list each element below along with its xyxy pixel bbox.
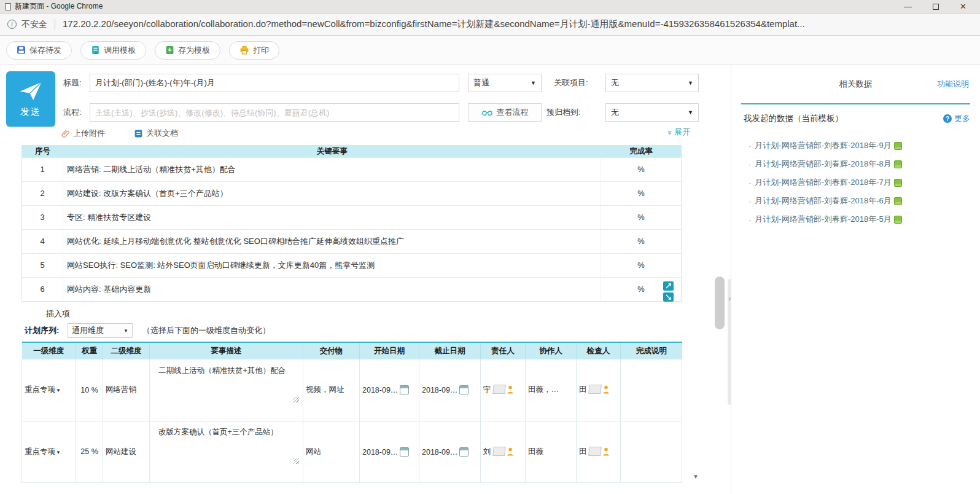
row-rate[interactable]: %	[601, 182, 681, 205]
dim1-value: 重点专项	[25, 447, 55, 456]
bullet-icon: ·	[749, 160, 751, 169]
dim1-value: 重点专项	[25, 385, 55, 394]
green-doc-icon	[894, 216, 902, 224]
save-as-template-button[interactable]: 存为模板	[155, 41, 220, 60]
list-item[interactable]: ·月计划-网络营销部-刘春辉-2018年-9月	[749, 136, 974, 155]
send-button[interactable]: 发送	[6, 71, 55, 127]
prearchive-value: 无	[611, 107, 619, 118]
col-desc: 要事描述	[150, 342, 303, 359]
desc-textarea[interactable]: 改版方案确认（首页+三个产品站）	[152, 426, 300, 464]
priority-select[interactable]: 普通 ▼	[468, 74, 542, 92]
weight-cell[interactable]: 10 %	[76, 359, 103, 421]
chevron-down-icon: ▼	[688, 80, 693, 86]
row-content[interactable]: 网站SEO执行: SEO监测: 站外SEO页面启动口碑继续更新，文库更新40篇，…	[63, 254, 601, 277]
owner-value[interactable]: 宇	[483, 385, 491, 394]
plan-detail-table: 一级维度 权重 二级维度 要事描述 交付物 开始日期 截止日期 责任人 协作人 …	[21, 342, 682, 483]
close-button[interactable]: ✕	[960, 1, 966, 13]
paper-plane-icon	[18, 80, 43, 101]
related-doc-button[interactable]: 关联文档	[134, 128, 178, 139]
use-template-button[interactable]: 调用模板	[80, 41, 146, 60]
deliverable-cell[interactable]: 网站	[303, 421, 360, 482]
plan-sequence-select[interactable]: 通用维度 ▼	[68, 323, 133, 338]
dim2-cell[interactable]: 网络营销	[103, 359, 150, 421]
row-content[interactable]: 专区: 精准扶贫专区建设	[63, 206, 601, 229]
row-content[interactable]: 网站优化: 延续上月移动端创意优化 整站创意优化 SEO口碑相结合推广延伸高绩效…	[63, 230, 601, 253]
person-icon[interactable]	[602, 447, 610, 456]
list-item[interactable]: ·月计划-网络营销部-刘春辉-2018年-6月	[749, 192, 974, 210]
start-date-value[interactable]: 2018-09…	[362, 386, 398, 394]
person-icon[interactable]	[507, 447, 514, 456]
row-content[interactable]: 网络营销: 二期线上活动（精准扶贫+其他）配合	[63, 158, 601, 181]
calendar-icon[interactable]	[459, 385, 469, 394]
person-icon[interactable]	[602, 385, 610, 394]
list-item[interactable]: ·月计划-网络营销部-刘春辉-2018年-5月	[749, 210, 974, 229]
green-doc-icon	[894, 179, 902, 187]
related-data-sidebar: 相关数据 功能说明 我发起的数据（当前模板） ? 更多 ·月计划-网络营销部-刘…	[731, 65, 980, 494]
owner-input[interactable]	[492, 385, 506, 394]
collapse-fullscreen-icon[interactable]	[663, 292, 674, 302]
security-label[interactable]: 不安全	[21, 19, 47, 30]
expand-fullscreen-icon[interactable]	[663, 281, 674, 291]
checker-input[interactable]	[588, 385, 602, 394]
print-button[interactable]: 打印	[229, 41, 279, 60]
row-content[interactable]: 网站内容: 基础内容更新	[63, 278, 601, 301]
related-project-select[interactable]: 无 ▼	[605, 74, 699, 92]
expand-toggle[interactable]: » 展开	[668, 127, 690, 138]
resize-handle-icon[interactable]	[294, 458, 299, 464]
desc-textarea[interactable]: 二期线上活动（精准扶贫+其他）配合	[152, 364, 300, 402]
template-save-icon	[165, 45, 174, 55]
deliverable-cell[interactable]: 视频，网址	[303, 359, 360, 421]
flow-input[interactable]	[90, 103, 459, 122]
start-date-value[interactable]: 2018-09…	[362, 448, 398, 457]
address-bar[interactable]: i 不安全 172.20.2.20/seeyon/collaboration/c…	[0, 14, 980, 36]
owner-input[interactable]	[492, 447, 506, 456]
row-rate[interactable]: %	[601, 230, 681, 253]
person-icon[interactable]	[507, 385, 514, 394]
print-label: 打印	[253, 45, 269, 56]
dim1-select[interactable]: 重点专项▼	[22, 359, 76, 421]
calendar-icon[interactable]	[400, 385, 409, 394]
template-call-icon	[91, 45, 100, 55]
row-content[interactable]: 网站建设: 改版方案确认（首页+三个产品站）	[63, 182, 601, 205]
calendar-icon[interactable]	[459, 447, 469, 457]
checker-input[interactable]	[588, 447, 602, 456]
url-text[interactable]: 172.20.2.20/seeyon/collaboration/collabo…	[63, 18, 805, 30]
owner-value[interactable]: 刘	[483, 447, 491, 456]
end-date-value[interactable]: 2018-09…	[422, 386, 457, 394]
col-checker: 检查人	[577, 342, 621, 359]
dim2-cell[interactable]: 网站建设	[103, 421, 150, 482]
weight-cell[interactable]: 25 %	[76, 421, 103, 482]
end-date-value[interactable]: 2018-09…	[422, 448, 457, 457]
list-item[interactable]: ·月计划-网络营销部-刘春辉-2018年-7月	[749, 173, 974, 192]
checker-value[interactable]: 田	[579, 447, 587, 456]
note-cell[interactable]	[621, 359, 682, 421]
col-dim2: 二级维度	[103, 342, 150, 359]
list-item-label: 月计划-网络营销部-刘春辉-2018年-9月	[755, 140, 891, 151]
title-input[interactable]	[90, 74, 459, 92]
minimize-button[interactable]: —	[904, 1, 912, 13]
info-icon[interactable]: i	[7, 20, 17, 29]
dim1-select[interactable]: 重点专项▼	[22, 421, 76, 482]
row-rate[interactable]: %	[601, 254, 681, 277]
collab-cell[interactable]: 田薇，…	[526, 359, 577, 421]
upload-attachment-button[interactable]: 上传附件	[61, 128, 105, 139]
note-cell[interactable]	[621, 421, 682, 482]
row-rate[interactable]: %	[601, 206, 681, 229]
insert-item-link[interactable]: 插入项	[46, 308, 70, 320]
vertical-scrollbar-thumb[interactable]	[715, 276, 725, 329]
more-link[interactable]: ? 更多	[943, 113, 970, 124]
list-item[interactable]: ·月计划-网络营销部-刘春辉-2018年-8月	[749, 155, 974, 173]
view-flow-button[interactable]: 查看流程	[468, 103, 542, 122]
row-rate[interactable]: %	[601, 158, 681, 181]
calendar-icon[interactable]	[400, 447, 409, 457]
save-pending-button[interactable]: 保存待发	[6, 41, 72, 60]
list-item-label: 月计划-网络营销部-刘春辉-2018年-5月	[755, 214, 891, 225]
collab-cell[interactable]: 田薇	[526, 421, 577, 482]
scroll-down-arrow[interactable]: ▼	[693, 473, 699, 480]
resize-handle-icon[interactable]	[294, 397, 299, 402]
checker-value[interactable]: 田	[579, 385, 587, 394]
help-link[interactable]: 功能说明	[937, 79, 969, 90]
maximize-button[interactable]	[933, 4, 939, 10]
prearchive-select[interactable]: 无 ▼	[605, 103, 699, 122]
expand-label: 展开	[674, 127, 690, 138]
